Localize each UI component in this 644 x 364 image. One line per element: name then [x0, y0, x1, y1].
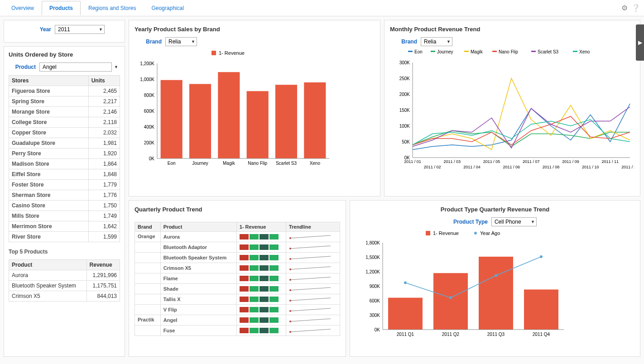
ptype-combo-chart: 1- RevenueYear Ago0K300K600K900K1,200K1,… — [356, 230, 568, 343]
svg-text:400K: 400K — [144, 125, 155, 129]
svg-text:Eon: Eon — [414, 50, 423, 54]
table-row[interactable]: OrangeAurora — [135, 232, 340, 242]
table-row[interactable]: Tallis X — [135, 294, 340, 305]
svg-line-59 — [290, 246, 331, 249]
table-row[interactable]: College Store2,118 — [9, 117, 120, 128]
table-row[interactable]: Bluetooth Adaptor — [135, 242, 340, 253]
quarterly-trend-table: Brand Product 1- Revenue Trendline Orang… — [135, 222, 340, 336]
table-row[interactable]: River Store1,599 — [9, 232, 120, 242]
tab-strip: Overview Products Regions and Stores Geo… — [4, 1, 192, 15]
svg-rect-13 — [218, 72, 240, 158]
svg-text:50K: 50K — [402, 139, 410, 144]
svg-text:2011 / 01: 2011 / 01 — [404, 159, 421, 164]
svg-text:Nano Flip: Nano Flip — [499, 50, 518, 54]
svg-rect-15 — [247, 91, 269, 158]
svg-text:900K: 900K — [370, 284, 380, 289]
top-bar: Overview Products Regions and Stores Geo… — [0, 0, 644, 16]
units-col: Units — [88, 76, 120, 86]
stores-table: Stores Units Figueroa Store2,465Spring S… — [9, 75, 120, 242]
yearly-brand-select[interactable]: Relia — [165, 37, 197, 46]
svg-text:Magik: Magik — [471, 50, 483, 54]
side-rail-expand[interactable]: ▶ — [636, 24, 644, 61]
svg-text:600K: 600K — [144, 109, 155, 114]
yearly-brand-label: Brand — [135, 38, 162, 45]
svg-text:2011 / 07: 2011 / 07 — [523, 159, 540, 164]
table-row[interactable]: Madison Store1,864 — [9, 159, 120, 169]
table-row[interactable]: Copper Store2,032 — [9, 128, 120, 138]
table-row[interactable]: Casino Store1,750 — [9, 201, 120, 211]
table-row[interactable]: PractikAngel — [135, 315, 340, 326]
svg-text:2011 Q1: 2011 Q1 — [397, 332, 414, 337]
svg-text:2011 / 02: 2011 / 02 — [424, 165, 441, 169]
svg-text:Xeno: Xeno — [310, 161, 321, 166]
svg-text:150K: 150K — [399, 108, 410, 113]
svg-text:1,500K: 1,500K — [365, 255, 380, 260]
table-row[interactable]: Merrimon Store1,642 — [9, 221, 120, 232]
svg-rect-17 — [275, 85, 297, 158]
table-row[interactable]: Bluetooth Speaker System — [135, 253, 340, 263]
svg-line-71 — [290, 308, 331, 311]
gear-icon[interactable]: ⚙ — [621, 4, 628, 12]
svg-line-69 — [290, 298, 331, 301]
year-select[interactable]: 2011 — [55, 25, 105, 34]
ptype-select[interactable]: Cell Phone — [491, 217, 537, 226]
svg-line-57 — [290, 235, 331, 238]
tab-products[interactable]: Products — [42, 1, 81, 15]
svg-text:0K: 0K — [149, 156, 155, 161]
svg-text:250K: 250K — [399, 76, 410, 81]
year-label: Year — [24, 26, 51, 33]
product-select[interactable]: Angel — [39, 62, 112, 72]
svg-rect-25 — [431, 51, 435, 52]
svg-text:Eon: Eon — [168, 161, 176, 166]
svg-line-63 — [290, 267, 331, 269]
tab-geographical[interactable]: Geographical — [144, 1, 191, 15]
tab-regions[interactable]: Regions and Stores — [81, 1, 144, 15]
svg-text:200K: 200K — [144, 140, 155, 145]
top5-table: Product Revenue Aurora1,291,996Bluetooth… — [9, 259, 120, 302]
year-filter-panel: Year 2011 — [4, 20, 125, 43]
table-row[interactable]: Spring Store2,217 — [9, 96, 120, 107]
tab-overview[interactable]: Overview — [4, 1, 42, 15]
table-row[interactable]: V Flip — [135, 305, 340, 315]
table-row[interactable]: Morange Store2,146 — [9, 107, 120, 117]
monthly-trend-panel: Monthly Product Revenue Trend Brand Reli… — [384, 20, 640, 196]
svg-text:1,200K: 1,200K — [140, 61, 154, 66]
monthly-brand-select[interactable]: Relia — [421, 37, 452, 46]
svg-line-67 — [290, 287, 331, 290]
table-row[interactable]: Shade — [135, 284, 340, 294]
table-row[interactable]: Mills Store1,749 — [9, 211, 120, 221]
table-row[interactable]: Foster Store1,779 — [9, 180, 120, 190]
svg-rect-9 — [161, 80, 183, 158]
table-row[interactable]: Crimson X5844,013 — [9, 291, 120, 302]
quarterly-title: Quarterly Product Trend — [135, 206, 340, 213]
table-row[interactable]: Flame — [135, 273, 340, 284]
yearly-sales-panel: Yearly Product Sales by Brand Brand Reli… — [129, 20, 380, 196]
table-row[interactable]: Aurora1,291,996 — [9, 270, 120, 281]
monthly-title: Monthly Product Revenue Trend — [390, 26, 634, 33]
svg-text:1,000K: 1,000K — [140, 77, 154, 82]
yearly-bar-chart: 1- Revenue0K200K400K600K800K1,000K1,200K… — [135, 50, 334, 177]
table-row[interactable]: Crimson X5 — [135, 263, 340, 273]
table-row[interactable]: Figueroa Store2,465 — [9, 86, 120, 96]
table-row[interactable]: Sherman Store1,776 — [9, 190, 120, 201]
svg-rect-93 — [524, 289, 558, 330]
svg-text:200K: 200K — [399, 92, 410, 97]
table-row[interactable]: Guadalupe Store1,981 — [9, 138, 120, 148]
svg-rect-29 — [492, 51, 497, 52]
quarterly-trend-panel: Quarterly Product Trend Brand Product 1-… — [129, 200, 346, 357]
table-row[interactable]: Fuse — [135, 326, 340, 336]
svg-rect-31 — [531, 51, 536, 52]
svg-point-78 — [474, 232, 477, 235]
table-row[interactable]: Eiffel Store1,848 — [9, 169, 120, 180]
svg-text:Nano Flip: Nano Flip — [248, 161, 267, 166]
svg-rect-0 — [211, 51, 216, 55]
svg-text:Journey: Journey — [437, 50, 453, 54]
svg-text:1- Revenue: 1- Revenue — [433, 230, 459, 236]
units-ordered-panel: Units Ordered by Store Product Angel Sto… — [4, 46, 125, 357]
ptype-title: Product Type Quarterly Revenue Trend — [356, 206, 634, 213]
table-row[interactable]: Bluetooth Speaker System1,175,751 — [9, 281, 120, 291]
table-row[interactable]: Perry Store1,920 — [9, 148, 120, 159]
top5-revenue-col: Revenue — [87, 260, 120, 270]
svg-text:2011 / 11: 2011 / 11 — [602, 159, 619, 164]
help-icon[interactable]: ❔ — [631, 4, 640, 12]
